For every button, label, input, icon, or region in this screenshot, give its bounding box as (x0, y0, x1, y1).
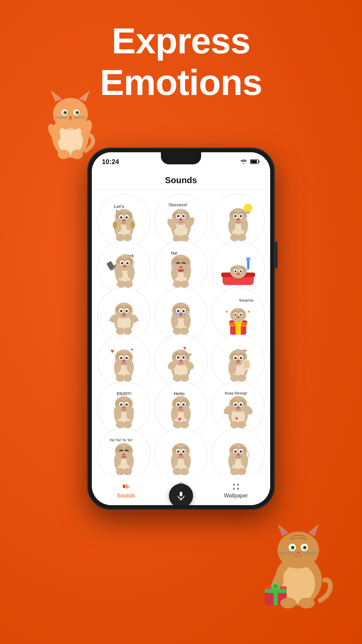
svg-text:✦: ✦ (247, 309, 251, 314)
svg-rect-332 (129, 486, 129, 488)
svg-rect-45 (265, 589, 287, 593)
cat-decoration-bottom (255, 510, 342, 610)
svg-point-128 (171, 266, 178, 279)
nav-item-sounds[interactable]: Sounds (99, 482, 154, 499)
svg-point-25 (278, 532, 319, 569)
sticker-success[interactable]: !Success! (155, 194, 208, 247)
sticker-cry[interactable] (155, 287, 208, 341)
svg-point-298 (126, 454, 133, 466)
svg-point-235 (236, 360, 240, 362)
sticker-hello[interactable]: Hello ♥ (155, 381, 208, 435)
svg-point-64 (125, 216, 128, 219)
svg-point-240 (229, 362, 236, 374)
sounds-nav-label: Sounds (117, 493, 135, 499)
sticker-lets-go[interactable]: Let's go (97, 194, 150, 247)
sticker-bath[interactable] (212, 241, 265, 294)
svg-point-21 (71, 150, 83, 159)
sounds-nav-icon (121, 482, 131, 491)
svg-point-328 (237, 468, 246, 475)
svg-point-205 (114, 360, 121, 373)
sticker-love2[interactable]: ♥ ♥ (155, 334, 208, 388)
svg-point-257 (123, 421, 132, 428)
wallpaper-nav-label: Wallpaper (224, 493, 248, 499)
svg-point-80 (177, 215, 180, 217)
svg-point-308 (177, 450, 180, 453)
svg-point-11 (65, 112, 66, 113)
svg-point-144 (236, 273, 240, 275)
svg-point-170 (179, 313, 183, 315)
svg-line-15 (55, 118, 67, 118)
wifi-icon (240, 159, 247, 164)
sticker-strong[interactable]: Keep Strong! ♥ (212, 381, 265, 435)
mic-button[interactable] (169, 484, 193, 505)
svg-rect-333 (180, 492, 182, 496)
svg-point-314 (180, 468, 189, 475)
sticker-ye[interactable]: Ye! Ye! Ye Ye! (97, 428, 150, 475)
sticker-laugh[interactable]: Ha! Ha! (155, 241, 208, 294)
phone-frame: 10:24 (87, 148, 275, 510)
svg-text:♥: ♥ (235, 416, 238, 421)
svg-point-2 (53, 98, 88, 130)
battery-icon (250, 159, 260, 164)
nav-item-wallpaper[interactable]: Wallpaper (208, 482, 263, 499)
sticker-enjoy[interactable]: ENJOY! (97, 381, 150, 435)
svg-point-271 (184, 407, 191, 419)
sticker-work[interactable]: Work (97, 241, 150, 294)
bottom-navigation: Sounds (92, 475, 270, 505)
phone-screen: 10:24 (92, 152, 270, 505)
svg-point-283 (234, 404, 237, 406)
notch (161, 152, 201, 164)
svg-point-208 (123, 374, 132, 381)
svg-point-20 (58, 150, 70, 159)
sticker-surprise[interactable]: Surprise (212, 287, 265, 341)
svg-point-171 (171, 315, 178, 327)
sticker-misc1[interactable] (155, 428, 208, 475)
svg-rect-330 (126, 484, 127, 489)
svg-point-155 (125, 310, 128, 312)
svg-point-188 (235, 314, 236, 315)
svg-text:Keep Strong!: Keep Strong! (225, 391, 247, 395)
svg-point-48 (274, 584, 278, 588)
svg-point-234 (240, 357, 242, 359)
svg-point-297 (114, 454, 121, 466)
svg-point-12 (77, 112, 78, 113)
svg-point-206 (126, 360, 133, 373)
sticker-stop[interactable]: Stop! (212, 334, 265, 388)
phone-mockup: 10:24 (87, 148, 275, 510)
svg-text:Hello: Hello (174, 391, 185, 396)
svg-point-341 (233, 488, 235, 490)
svg-point-296 (122, 453, 126, 456)
svg-point-310 (179, 453, 183, 456)
status-bar: 10:24 (92, 152, 270, 171)
svg-point-340 (237, 484, 239, 486)
svg-point-203 (125, 357, 128, 359)
svg-point-325 (228, 454, 235, 466)
svg-text:♥: ♥ (110, 347, 114, 354)
svg-point-311 (171, 454, 178, 466)
svg-point-289 (237, 421, 246, 428)
svg-point-81 (183, 215, 185, 217)
svg-point-100 (241, 219, 248, 231)
svg-point-35 (304, 546, 306, 548)
svg-point-13 (69, 116, 72, 119)
svg-point-160 (123, 328, 132, 335)
svg-point-312 (184, 454, 191, 466)
sticker-misc2[interactable] (212, 428, 265, 475)
sticker-grid[interactable]: Let's go (92, 190, 270, 475)
svg-point-117 (127, 266, 134, 279)
svg-line-17 (74, 118, 85, 118)
header-line1: Express (0, 20, 362, 62)
svg-rect-329 (123, 485, 125, 488)
svg-point-324 (236, 453, 240, 456)
svg-point-322 (234, 450, 237, 453)
sticker-shrug[interactable] (97, 287, 150, 341)
svg-point-143 (240, 270, 242, 272)
wallpaper-nav-icon (231, 482, 241, 491)
svg-text:!Success!: !Success! (169, 203, 188, 207)
sticker-idea[interactable] (212, 194, 265, 247)
svg-point-169 (183, 310, 185, 312)
svg-point-218 (177, 356, 180, 359)
svg-point-102 (237, 234, 246, 241)
sticker-love1[interactable]: ♥ ♥ (97, 334, 150, 388)
svg-rect-331 (127, 485, 128, 488)
